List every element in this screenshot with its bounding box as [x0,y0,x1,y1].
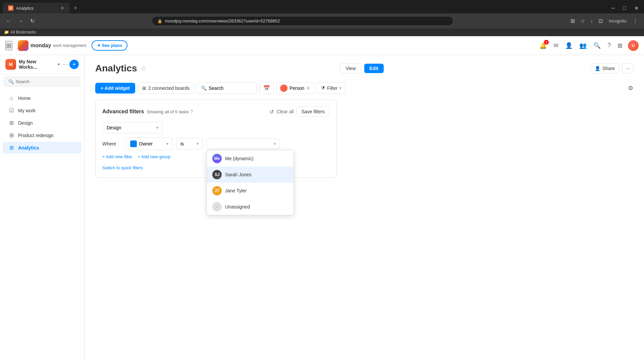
search-bar[interactable]: 🔍 Search [197,82,257,94]
incognito-badge: Incognito [606,17,629,25]
advanced-filters-panel: Advanced filters Showing all of 5 tasks … [95,100,337,178]
apps-button[interactable]: ⊠ [616,41,624,51]
maximize-button[interactable]: □ [620,4,629,12]
sidebar-item-label: Design [18,120,33,126]
notification-bell-button[interactable]: 🔔 3 [538,41,548,51]
monday-logo: monday work management [18,40,86,51]
view-button[interactable]: View [340,63,361,73]
is-select-chevron-icon: ▾ [197,141,199,146]
workspace-chevron-icon[interactable]: ▾ [58,62,60,67]
add-item-button[interactable]: + [69,60,79,69]
clear-all-button[interactable]: Clear all [276,109,293,114]
person-name: Jane Tyler [225,188,247,193]
person-name: Me (dynamic) [225,156,254,161]
board-select[interactable]: Design ▾ [102,122,163,133]
add-widget-button[interactable]: + Add widget [95,83,135,94]
sidebar-search: 🔍 Search [0,74,84,89]
header-actions: View Edit 👤 Share ··· [340,63,633,73]
share-button[interactable]: 👤 Share [590,63,619,73]
page-title-row: Analytics ☆ [95,63,146,74]
workspace-icon: M [5,59,16,70]
help-button[interactable]: ? [606,41,612,50]
forward-button[interactable]: → [16,17,25,25]
folder-icon: 📁 [4,30,9,35]
profile-menu-button[interactable]: 👤 [564,41,574,51]
user-avatar[interactable]: U [628,40,639,51]
bookmarks-bar-item[interactable]: 📁 All Bookmarks [4,30,36,35]
history-icon[interactable]: ↺ [269,109,274,115]
filter-icon: ⧩ [321,85,325,91]
tab-close-button[interactable]: ✕ [60,5,64,11]
tab-title: Analytics [16,6,58,11]
home-icon: ⌂ [8,95,15,101]
dropdown-item-unassigned[interactable]: – Unassigned [207,199,293,215]
settings-icon-button[interactable]: ⚙ [628,84,633,92]
edit-button[interactable]: Edit [364,64,384,73]
value-chevron-icon: ▾ [274,141,276,146]
profile-icon[interactable]: ⊡ [596,16,605,25]
toolbar: + Add widget ⊞ 2 connected boards 🔍 Sear… [95,82,633,94]
help-icon[interactable]: ? [190,109,193,114]
more-options-button[interactable]: ··· [622,63,633,73]
main-content: Analytics ☆ View Edit 👤 Share ··· + Add … [85,55,644,362]
tab-favicon: M [8,5,13,11]
person-filter-close-icon[interactable]: ✕ [306,85,310,91]
save-filters-button[interactable]: Save filters [297,107,330,117]
board-icon: ⊞ [8,120,15,126]
extensions-icon[interactable]: ⊞ [569,16,577,25]
workspace-header: M My New Works... ▾ ··· + [0,55,84,74]
reload-button[interactable]: ↻ [28,16,37,25]
search-icon: 🔍 [8,79,14,84]
url-text: moodjoy.monday.com/overviews/263362?user… [165,18,280,23]
back-button[interactable]: ← [4,17,13,25]
owner-select-chevron-icon: ▾ [166,141,168,146]
download-icon[interactable]: ↓ [588,17,595,25]
workspace-name: My New Works... [19,59,55,70]
owner-select[interactable]: 👤 Owner ▾ [126,137,173,150]
close-window-button[interactable]: ✕ [632,4,641,13]
filter-button[interactable]: ⧩ Filter ▾ [317,82,346,94]
favorite-star-icon[interactable]: ☆ [141,65,146,72]
inbox-button[interactable]: ✉ [552,41,560,51]
calendar-button[interactable]: 📅 [260,82,274,94]
connected-boards-button[interactable]: ⊞ 2 connected boards [138,82,194,94]
person-filter-avatar [280,84,287,92]
sidebar-item-home[interactable]: ⌂ Home [3,93,82,104]
add-group-link[interactable]: + Add new group [138,154,170,159]
board-icon: ⊞ [8,132,15,138]
topbar-right: 🔔 3 ✉ 👤 👥 🔍 ? ⊠ U [538,40,639,51]
is-select[interactable]: is ▾ [176,138,203,149]
dropdown-item-jane[interactable]: JT Jane Tyler [207,183,293,199]
menu-button[interactable]: ⋮ [631,16,640,25]
dropdown-item-sarah[interactable]: SJ Sarah Jones [207,167,293,183]
browser-tab[interactable]: M Analytics ✕ [3,3,70,13]
board-filter-row: Design ▾ [102,122,330,133]
dropdown-item-me[interactable]: Me Me (dynamic) [207,150,293,167]
where-filter-row: Where 👤 Owner ▾ is ▾ ▾ [102,137,330,150]
new-tab-button[interactable]: + [71,3,80,13]
owner-column-icon: 👤 [130,140,137,147]
person-filter[interactable]: Person ✕ [276,82,314,94]
see-plans-button[interactable]: ✦ See plans [92,40,127,51]
sidebar-item-analytics[interactable]: ⊞ Analytics [3,142,82,154]
sidebar-search-input[interactable]: 🔍 Search [4,77,80,86]
sidebar-item-my-work[interactable]: ☑ My work [3,105,82,116]
board-icon: ⊞ [8,144,15,151]
sidebar-item-product-redesign[interactable]: ⊞ Product redesign [3,129,82,141]
add-filter-link[interactable]: + Add new filter [102,154,132,159]
filters-subtitle: Showing all of 5 tasks [147,109,189,114]
person-name: Unassigned [225,204,250,209]
apps-grid-icon[interactable]: ⊞ [5,41,12,50]
minimize-button[interactable]: ─ [608,4,618,12]
sidebar-item-design[interactable]: ⊞ Design [3,117,82,129]
address-bar[interactable]: 🔒 moodjoy.monday.com/overviews/263362?us… [152,16,453,26]
sidebar-nav: ⌂ Home ☑ My work ⊞ Design ⊞ Product rede… [0,89,84,362]
sarah-avatar: SJ [212,170,222,179]
search-button[interactable]: 🔍 [592,41,602,51]
invite-button[interactable]: 👥 [578,41,588,51]
workspace-more-icon[interactable]: ··· [62,61,67,67]
sidebar-item-label: Home [18,96,31,101]
value-select[interactable]: ▾ Me Me (dynamic) SJ Sarah Jones [206,138,280,149]
bookmark-icon[interactable]: ☆ [578,16,587,25]
my-work-icon: ☑ [8,107,15,114]
